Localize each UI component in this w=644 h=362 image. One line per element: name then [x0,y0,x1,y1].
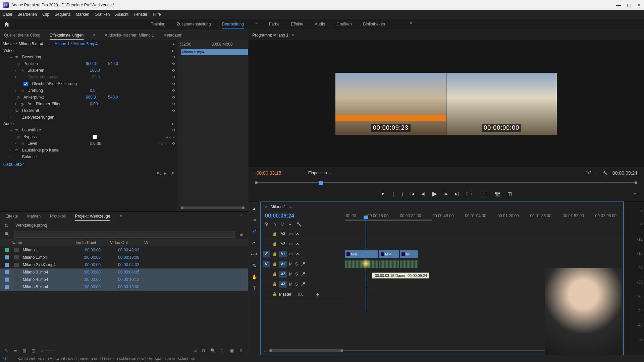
toggle-sync[interactable]: 👁 [296,232,300,236]
reset-button[interactable]: ⟲ [172,75,175,79]
tab-effekteinstellungen[interactable]: Effekteinstellungen [50,33,84,38]
play-icon[interactable]: ▸ [173,42,175,46]
program-total-tc[interactable]: 00:00:09:24 [612,170,637,176]
ws-training[interactable]: Training [151,20,165,28]
zoom-slider[interactable]: ○──── [41,348,54,353]
toggle-output[interactable]: ▭ [289,252,293,256]
fx-badge[interactable]: fx [15,148,20,152]
anchor-x[interactable]: 960,0 [86,95,106,100]
mute-toggle[interactable]: M [289,262,292,266]
rot-val[interactable]: 0,0 [90,88,110,93]
settings-icon[interactable]: ⬥ [289,222,291,227]
fx-badge[interactable]: fx [15,109,20,112]
step-fwd-button[interactable]: |▸ [444,191,448,196]
go-in-button[interactable]: |◂ [410,191,414,196]
expand-toggle[interactable]: › [15,75,19,79]
fx-badge[interactable]: fx [15,55,20,59]
col-out[interactable]: Video Out [110,240,140,245]
source-patch[interactable] [263,281,270,288]
prev-kf[interactable]: ◂ [158,142,159,145]
lock-icon[interactable]: 🔒 [272,292,277,296]
filter-bin-icon[interactable]: ▣ [239,232,243,237]
mark-out-button[interactable]: } [401,191,403,196]
ws-menu-icon[interactable]: ≡ [255,20,258,28]
label-chip[interactable] [5,248,9,252]
extract-button[interactable]: ⬚↓ [480,191,487,196]
freeform-view-icon[interactable]: ▤ [32,348,35,353]
ripple-edit-tool[interactable]: ⇄ [251,228,258,235]
export-frame-button[interactable]: 📷 [494,191,500,196]
search-icon[interactable]: 🔍 [5,232,10,237]
menu-fenster[interactable]: Fenster [134,12,148,17]
hand-tool[interactable]: ✋ [251,273,258,281]
timeline-ruler[interactable]: :00:0000:00:16:0000:00:32:0000:00:48:000… [345,212,623,229]
video-track-header[interactable]: 🔒 V3 ▭👁 [261,229,345,239]
audio-clip[interactable] [379,260,399,268]
search-input[interactable] [14,231,235,238]
track-target[interactable]: V3 [279,231,287,237]
program-scrubber[interactable] [255,179,637,186]
stopwatch-icon[interactable]: ◷ [21,142,25,145]
project-row[interactable]: Milano 1.mp4 :00:00:00 00:00:13:08 [0,254,248,261]
master-value[interactable]: 0,0 [298,292,304,297]
timeline-menu[interactable]: ≡ [289,204,291,209]
expand-toggle[interactable]: › [9,155,13,159]
track-target[interactable]: A1 [279,261,287,267]
ec-timecode[interactable]: 00:00:09:24 [0,160,177,169]
overflow-icon[interactable]: » [240,214,243,219]
add-marker-button[interactable]: ▼ [380,191,385,196]
program-offset-tc[interactable]: -00:00:03:15 [255,170,281,176]
reset-button[interactable]: ⟲ [172,62,175,66]
col-v[interactable]: Vi [144,240,148,245]
project-row[interactable]: Milano 5 .mp4 :00:00:00 00:00:10:00 [0,283,248,291]
tab-projekt[interactable]: Projekt: Werkzeuge [75,214,110,219]
expand-toggle[interactable]: › [9,148,13,153]
ws-grafiken[interactable]: Grafiken [336,20,352,28]
trash-icon[interactable]: 🗑 [239,348,243,353]
label-chip[interactable] [5,270,9,274]
play-only-icon[interactable]: ▸| [164,171,167,176]
snap-icon[interactable]: ⚲ [265,222,268,227]
stopwatch-icon[interactable]: ◷ [17,62,21,66]
sort-icon[interactable]: ≡ [194,348,197,353]
project-row[interactable]: Milano 4 .mp4 :00:00:00 00:00:10:13 [0,276,248,283]
expand-toggle[interactable]: › [9,115,13,120]
menu-ansicht[interactable]: Ansicht [115,12,128,17]
source-patch[interactable] [263,241,270,247]
new-bin-icon[interactable]: 🗀 [221,348,225,353]
voiceover-icon[interactable]: 🎤 [301,262,306,266]
track-select-tool[interactable]: ⇥ [251,216,258,224]
project-row[interactable]: Milano 1 :00:00:00 00:00:42:03 [0,246,248,254]
ws-audio[interactable]: Audio [315,20,325,28]
reset-button[interactable]: ⟲ [172,128,175,132]
expand-toggle[interactable]: › [9,108,13,113]
mark-in-button[interactable]: { [392,191,394,196]
label-chip[interactable] [5,285,9,289]
video-clip[interactable]: Mila [345,250,378,258]
anchor-y[interactable]: 540,0 [108,95,128,100]
new-item-icon[interactable]: ✎ [5,348,8,353]
lock-icon[interactable]: 🔒 [272,272,277,276]
master-track-header[interactable]: 🔒 Master 0,0 ⏮ [261,289,345,299]
expand-toggle[interactable]: › [15,88,19,93]
button-editor[interactable]: ＋ [633,191,637,197]
flicker-val[interactable]: 0,00 [90,102,110,106]
ws-farbe[interactable]: Farbe [269,20,279,28]
track-target[interactable]: A3 [279,281,287,288]
play-button[interactable]: ▶ [432,190,437,197]
program-viewport[interactable]: 00:00:09:23 00:00:00:00 [335,73,557,135]
col-name[interactable]: Name [5,240,72,245]
ws-bearbeitung[interactable]: Bearbeitung [222,20,244,28]
lock-icon[interactable]: 🔒 [272,242,277,246]
mute-toggle[interactable]: M [289,272,292,277]
toggle-sync[interactable]: 👁 [296,242,300,246]
prev-kf[interactable]: ◂ [166,135,168,139]
wrench-icon[interactable]: 🔧 [296,222,302,227]
filter-icon[interactable]: ▼. [156,171,161,176]
audio-clip[interactable] [345,260,378,268]
solo-toggle[interactable]: S [295,282,298,287]
pos-x[interactable]: 960,0 [86,61,106,66]
maximize-button[interactable]: ▢ [627,2,631,8]
list-view-icon[interactable]: ☰ [13,348,17,353]
slip-tool[interactable]: ⟷ [251,250,258,258]
